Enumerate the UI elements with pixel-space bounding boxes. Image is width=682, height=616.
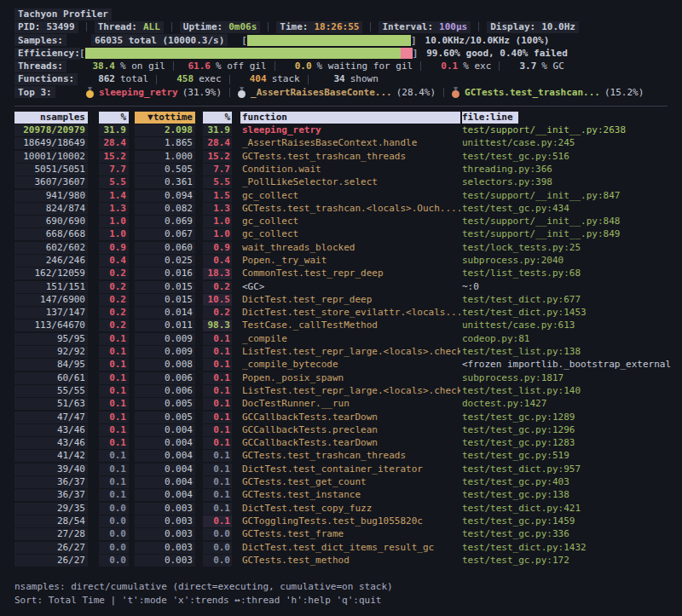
table-row[interactable]: 92/920.10.0090.1ListTest.test_repr_large…	[14, 345, 682, 358]
table-row[interactable]: 941/9801.40.0941.5gc_collecttest/support…	[14, 189, 682, 202]
cell-cumpct: 31.9	[203, 124, 232, 136]
samples-rate-bar	[247, 35, 411, 46]
cell-cumpct: 0.1	[203, 503, 232, 515]
cell-fileline: test/test_dict.py:1432	[462, 542, 672, 554]
cell-fileline: test/support/__init__.py:849	[462, 228, 672, 240]
table-row[interactable]: 39/400.10.0040.1DictTest.test_container_…	[14, 463, 682, 475]
cell-tottime: 0.004	[135, 450, 195, 462]
separator	[229, 75, 230, 84]
column-header-tottime[interactable]: ▼tottime	[135, 112, 195, 124]
cell-tottime: 1.000	[135, 151, 195, 163]
top3-item-rank-2: _AssertRaisesBaseConte...(28.4%)	[238, 86, 436, 99]
cell-pct: 0.1	[99, 359, 129, 371]
table-row[interactable]: 47/470.10.0050.1GCCallbackTests.tearDown…	[14, 411, 682, 423]
cell-fileline: test/support/__init__.py:847	[462, 190, 672, 202]
table-row[interactable]: 26/270.00.0030.0GCTests.test_methodtest/…	[14, 554, 682, 567]
cell-pct: 0.4	[99, 255, 129, 267]
table-row[interactable]: 20978/2097931.92.09831.9sleeping_retryte…	[14, 124, 682, 136]
header-table-divider	[14, 106, 668, 107]
cell-cumpct: 0.2	[203, 281, 232, 293]
table-row[interactable]: 51/630.10.0050.1DocTestRunner.__rundocte…	[14, 398, 682, 411]
cell-fileline: test/lock_tests.py:25	[462, 242, 672, 254]
top-function-pct: (31.9%)	[182, 86, 222, 99]
table-row[interactable]: 824/8741.30.0821.3GCTests.test_trashcan.…	[14, 202, 682, 215]
table-row[interactable]: 18649/1864928.41.86528.4_AssertRaisesBas…	[14, 137, 682, 150]
separator	[156, 75, 157, 84]
cell-pct: 0.1	[99, 398, 129, 410]
table-row[interactable]: 147/69000.20.01510.5DictTest.test_repr_d…	[14, 293, 682, 306]
cell-nsamples: 113/64670	[14, 320, 88, 331]
cell-nsamples: 84/95	[14, 359, 88, 371]
cell-fileline: test/list_tests.py:68	[462, 268, 672, 279]
cell-cumpct: 0.0	[203, 542, 232, 554]
stat-threads-on-gil: 38.4% on gil	[86, 60, 165, 72]
cell-pct: 7.7	[99, 164, 129, 176]
cell-function: DictTest.test_dict_items_result_gc	[240, 542, 460, 554]
table-row[interactable]: 137/1470.20.0140.2DictTest.test_store_ev…	[14, 307, 682, 320]
cell-fileline: test/test_gc.py:1459	[462, 515, 672, 527]
efficiency-line: Efficiency: [ ] 99.60% good, 0.40% faile…	[14, 47, 682, 60]
column-header-fileline[interactable]: file:line	[462, 112, 518, 124]
threads-value-gc: 3.7	[507, 60, 536, 72]
top3-label: Top 3:	[18, 86, 52, 99]
cell-tottime: 0.008	[135, 359, 195, 371]
cell-nsamples: 27/28	[14, 528, 88, 540]
cell-nsamples: 151/151	[14, 281, 88, 293]
cell-fileline: test/test_dict.py:677	[462, 294, 672, 306]
cell-cumpct: 0.1	[203, 515, 232, 527]
table-row[interactable]: 246/2460.40.0250.4Popen._try_waitsubproc…	[14, 254, 682, 267]
table-row[interactable]: 84/950.10.0080.1_compile_bytecode<frozen…	[14, 359, 682, 371]
table-row[interactable]: 5051/50517.70.5057.7Condition.waitthread…	[14, 163, 682, 176]
table-row[interactable]: 29/350.00.0030.1DictTest.test_copy_fuzzt…	[14, 502, 682, 515]
table-row[interactable]: 41/420.10.0040.1GCTests.test_trashcan_th…	[14, 450, 682, 463]
functions-unit-shown: shown	[350, 72, 379, 85]
threads-value-on-gil: 38.4	[86, 60, 115, 72]
table-row[interactable]: 113/646700.20.01198.3TestCase._callTestM…	[14, 320, 682, 332]
table-row[interactable]: 28/540.00.0030.1GCTogglingTests.test_bug…	[14, 515, 682, 527]
cell-function: Condition.wait	[240, 164, 460, 176]
table-row[interactable]: 162/120590.20.01618.3CommonTest.test_rep…	[14, 268, 682, 280]
gold-medal-icon	[86, 87, 94, 98]
table-row[interactable]: 43/460.10.0040.1GCCallbackTests.tearDown…	[14, 437, 682, 450]
cell-function: CommonTest.test_repr_deep	[240, 268, 460, 279]
cell-cumpct: 1.0	[203, 216, 232, 227]
functions-line: Functions: 862total458exec404stack34show…	[14, 72, 682, 85]
table-row[interactable]: 690/6901.00.0691.0gc_collecttest/support…	[14, 215, 682, 227]
table-row[interactable]: 26/270.00.0030.0DictTest.test_dict_items…	[14, 541, 682, 554]
table-row[interactable]: 3607/36075.50.3615.5_PollLikeSelector.se…	[14, 176, 682, 189]
cell-function: _compile_bytecode	[240, 359, 460, 371]
table-row[interactable]: 27/280.00.0030.0GCTests.test_frametest/t…	[14, 528, 682, 541]
cell-fileline: test/test_dict.py:1453	[462, 307, 672, 319]
cell-tottime: 0.004	[135, 424, 195, 436]
column-header-pct[interactable]: %	[99, 112, 129, 124]
table-row[interactable]: 36/370.10.0040.1GCTests.test_instancetes…	[14, 489, 682, 502]
table-row[interactable]: 668/6681.00.0671.0gc_collecttest/support…	[14, 228, 682, 241]
table-row[interactable]: 43/460.10.0040.1GCCallbackTests.preclean…	[14, 423, 682, 436]
table-row[interactable]: 10001/1000215.21.00015.2GCTests.test_tra…	[14, 150, 682, 163]
cell-tottime: 2.098	[135, 124, 195, 136]
separator	[275, 61, 275, 71]
separator	[443, 88, 444, 97]
column-header-function[interactable]: function	[240, 112, 460, 124]
table-row[interactable]: 55/550.10.0060.1ListTest.test_repr_large…	[14, 384, 682, 397]
cell-function: GCTests.test_get_count	[240, 476, 460, 488]
table-row[interactable]: 95/950.10.0090.1_compilecodeop.py:81	[14, 332, 682, 345]
cell-tottime: 0.005	[135, 398, 195, 410]
table-row[interactable]: 60/610.10.0060.1Popen._posix_spawnsubpro…	[14, 371, 682, 384]
table-row[interactable]: 36/370.10.0040.1GCTests.test_get_countte…	[14, 475, 682, 488]
cell-fileline: test/test_gc.py:516	[462, 151, 672, 163]
table-row[interactable]: 602/6020.90.0600.9wait_threads_blockedte…	[14, 241, 682, 254]
cell-function: gc_collect	[240, 228, 460, 240]
column-header-cumpct[interactable]: %	[203, 112, 232, 124]
status-value-pid: 53499	[47, 20, 75, 33]
cell-tottime: 0.003	[135, 515, 195, 527]
cell-tottime: 0.505	[135, 164, 195, 176]
functions-unit-total: total	[120, 72, 148, 85]
column-header-nsamples[interactable]: nsamples	[14, 112, 88, 124]
status-item-display: Display:10.0Hz	[487, 21, 579, 33]
table-row[interactable]: 151/1510.20.0150.2<GC>~:0	[14, 280, 682, 293]
cell-cumpct: 0.9	[203, 242, 232, 254]
cell-nsamples: 162/12059	[14, 268, 88, 279]
cell-pct: 0.0	[99, 528, 129, 540]
cell-tottime: 0.361	[135, 176, 195, 188]
